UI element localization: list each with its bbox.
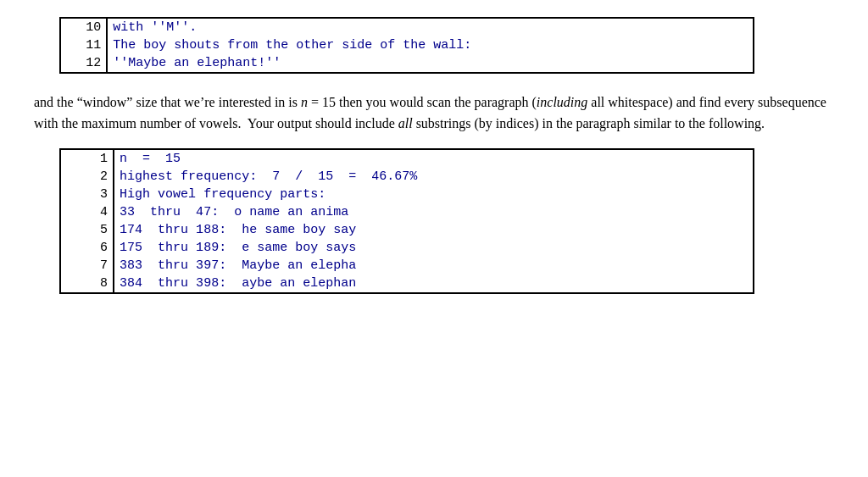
code-block-1: 10with ''M''.11The boy shouts from the o… (59, 17, 754, 74)
line-number: 4 (61, 203, 114, 221)
line-content: High vowel frequency parts: (114, 186, 753, 203)
line-number: 8 (61, 275, 114, 292)
code-line: 1n = 15 (61, 150, 753, 168)
line-content: 33 thru 47: o name an anima (114, 203, 753, 221)
line-content: The boy shouts from the other side of th… (107, 36, 753, 54)
line-content: 174 thru 188: he same boy say (114, 221, 753, 239)
code-line: 10with ''M''. (61, 19, 753, 36)
code-line: 8384 thru 398: aybe an elephan (61, 275, 753, 292)
line-number: 6 (61, 239, 114, 257)
prose-paragraph: and the “window” size that we’re interes… (34, 92, 834, 135)
code-line: 2highest frequency: 7 / 15 = 46.67% (61, 168, 753, 186)
line-number: 11 (61, 36, 107, 54)
code-line: 11The boy shouts from the other side of … (61, 36, 753, 54)
code-line: 433 thru 47: o name an anima (61, 203, 753, 221)
line-number: 2 (61, 168, 114, 186)
line-content: 175 thru 189: e same boy says (114, 239, 753, 257)
code-block-2: 1n = 152highest frequency: 7 / 15 = 46.6… (59, 148, 754, 294)
line-number: 12 (61, 54, 107, 72)
line-number: 7 (61, 257, 114, 275)
line-number: 1 (61, 150, 114, 168)
line-content: ''Maybe an elephant!'' (107, 54, 753, 72)
code-line: 6175 thru 189: e same boy says (61, 239, 753, 257)
line-content: highest frequency: 7 / 15 = 46.67% (114, 168, 753, 186)
line-content: 384 thru 398: aybe an elephan (114, 275, 753, 292)
line-number: 10 (61, 19, 107, 36)
code-line: 3High vowel frequency parts: (61, 186, 753, 203)
line-number: 5 (61, 221, 114, 239)
code-line: 12''Maybe an elephant!'' (61, 54, 753, 72)
code-line: 7383 thru 397: Maybe an elepha (61, 257, 753, 275)
line-content: with ''M''. (107, 19, 753, 36)
line-content: 383 thru 397: Maybe an elepha (114, 257, 753, 275)
line-number: 3 (61, 186, 114, 203)
line-content: n = 15 (114, 150, 753, 168)
code-line: 5174 thru 188: he same boy say (61, 221, 753, 239)
